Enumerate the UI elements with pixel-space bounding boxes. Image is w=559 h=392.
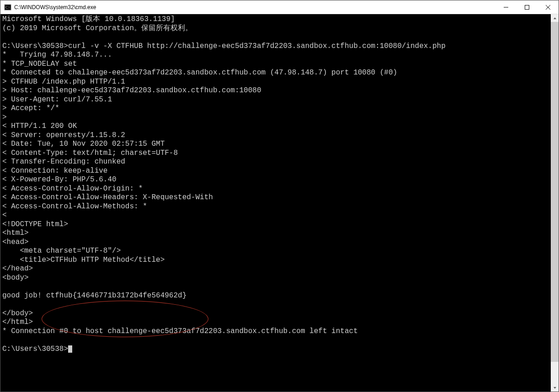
terminal-line: good job! ctfhub{14646771b3172b4fe564962… (2, 291, 186, 300)
terminal-line: Microsoft Windows [版本 10.0.18363.1139] (2, 15, 175, 23)
terminal-line: > User-Agent: curl/7.55.1 (2, 95, 112, 104)
terminal-output[interactable]: Microsoft Windows [版本 10.0.18363.1139] (… (0, 14, 551, 392)
terminal-line: < Transfer-Encoding: chunked (2, 158, 125, 166)
terminal-line: </body> (2, 309, 33, 318)
terminal-line: </html> (2, 318, 33, 326)
terminal-line: C:\Users\30538>curl -v -X CTFHUB http://… (2, 42, 446, 50)
terminal-line: * TCP_NODELAY set (2, 60, 77, 68)
terminal-line: > Accept: */* (2, 104, 59, 112)
close-button[interactable] (538, 0, 559, 14)
svg-marker-6 (554, 17, 556, 19)
scroll-down-button[interactable] (551, 384, 559, 392)
terminal-line: <title>CTFHub HTTP Method</title> (2, 256, 165, 264)
terminal-line: < (2, 211, 7, 219)
cmd-window: C:\ C:\WINDOWS\system32\cmd.exe Microsof… (0, 0, 559, 392)
scroll-up-button[interactable] (551, 14, 559, 22)
terminal-line: < HTTP/1.1 200 OK (2, 122, 77, 130)
terminal-line: < X-Powered-By: PHP/5.6.40 (2, 175, 117, 184)
terminal-line: <!DOCTYPE html> (2, 220, 68, 228)
terminal-line: * Connection #0 to host challenge-eec5d3… (2, 327, 358, 335)
scrollbar-thumb[interactable] (551, 22, 559, 362)
window-title: C:\WINDOWS\system32\cmd.exe (14, 4, 96, 11)
terminal-line: < Access-Control-Allow-Headers: X-Reques… (2, 193, 213, 201)
content-area: Microsoft Windows [版本 10.0.18363.1139] (… (0, 14, 559, 392)
terminal-line: (c) 2019 Microsoft Corporation。保留所有权利。 (2, 24, 192, 32)
terminal-line: * Trying 47.98.148.7... (2, 51, 112, 59)
scrollbar-track[interactable] (551, 22, 559, 384)
titlebar[interactable]: C:\ C:\WINDOWS\system32\cmd.exe (0, 0, 559, 14)
terminal-line: > (2, 113, 7, 122)
terminal-line: <body> (2, 274, 29, 282)
terminal-line: > CTFHUB /index.php HTTP/1.1 (2, 78, 125, 86)
svg-marker-7 (554, 387, 556, 389)
terminal-line: <html> (2, 229, 29, 237)
maximize-button[interactable] (516, 0, 538, 14)
vertical-scrollbar[interactable] (551, 14, 559, 392)
terminal-line: < Access-Control-Allow-Methods: * (2, 202, 147, 211)
terminal-line: < Date: Tue, 10 Nov 2020 02:57:15 GMT (2, 140, 165, 148)
cursor-icon (68, 345, 72, 353)
terminal-line: </head> (2, 265, 33, 273)
terminal-line: < Content-Type: text/html; charset=UTF-8 (2, 149, 178, 157)
terminal-line: < Server: openresty/1.15.8.2 (2, 131, 125, 139)
cmd-icon: C:\ (4, 4, 11, 11)
terminal-line: <meta charset="UTF-8"/> (2, 247, 121, 255)
terminal-line: > Host: challenge-eec5d373af7d2203.sandb… (2, 86, 261, 95)
terminal-line: < Connection: keep-alive (2, 167, 107, 175)
terminal-line: <head> (2, 238, 29, 246)
svg-rect-3 (525, 5, 529, 9)
minimize-button[interactable] (495, 0, 516, 14)
terminal-line: < Access-Control-Allow-Origin: * (2, 185, 143, 193)
terminal-prompt: C:\Users\30538> (2, 345, 68, 353)
terminal-line: * Connected to challenge-eec5d373af7d220… (2, 69, 397, 77)
svg-text:C:\: C:\ (5, 5, 11, 10)
